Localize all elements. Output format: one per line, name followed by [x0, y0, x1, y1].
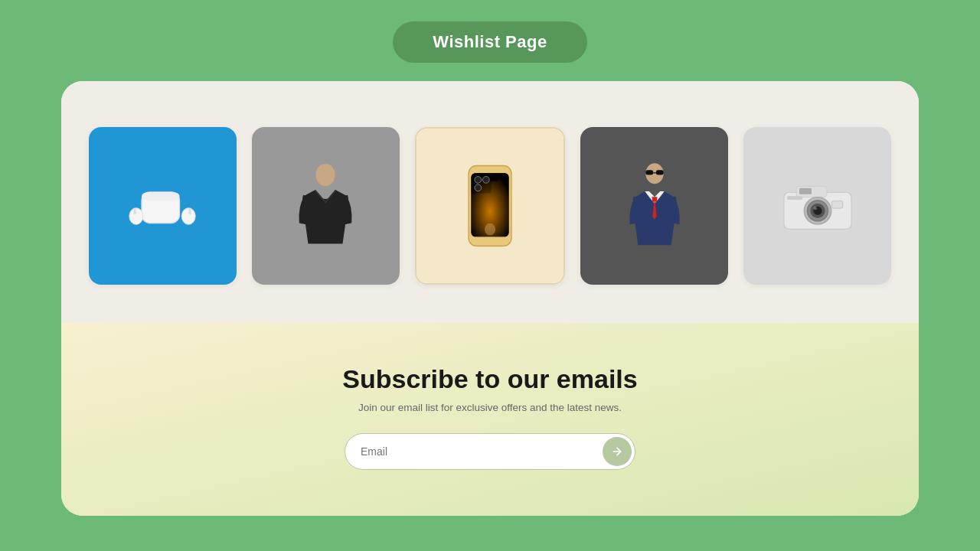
product-card: Black Leather Jacket ৳4000.00 Remove fro…: [252, 127, 400, 285]
product-image-airpods: [89, 127, 237, 285]
arrow-right-icon: [611, 445, 623, 458]
products-grid: Apple Earpods A172 Pro ৳0.00 Remove from…: [89, 127, 891, 285]
svg-rect-28: [831, 201, 842, 209]
svg-point-13: [482, 177, 489, 184]
subscribe-section: Subscribe to our emails Join our email l…: [61, 323, 919, 516]
svg-rect-17: [645, 170, 653, 174]
product-card: Apple Earpods A172 Pro ৳0.00 Remove from…: [89, 127, 237, 285]
svg-rect-1: [142, 192, 180, 201]
product-info: I phone 14 pro ৳108367.00 Remove from wi…: [416, 283, 564, 285]
subscribe-button[interactable]: [603, 437, 632, 466]
product-image-jacket: [252, 127, 400, 285]
svg-rect-3: [134, 208, 137, 215]
page-title: Wishlist Page: [393, 21, 586, 63]
product-card: Blue Full Suit ৳6000.00 ৳5200.00 Remove …: [580, 127, 728, 285]
svg-point-27: [813, 207, 816, 210]
subscribe-subtitle: Join our email list for exclusive offers…: [358, 402, 622, 413]
svg-rect-18: [656, 170, 664, 174]
main-card: Apple Earpods A172 Pro ৳0.00 Remove from…: [61, 81, 919, 516]
svg-point-14: [475, 184, 482, 191]
subscribe-title: Subscribe to our emails: [342, 364, 637, 394]
product-image-suit: [580, 127, 728, 285]
svg-point-2: [129, 208, 143, 225]
wishlist-section: Apple Earpods A172 Pro ৳0.00 Remove from…: [61, 81, 919, 323]
svg-rect-5: [189, 208, 192, 215]
svg-rect-29: [787, 196, 802, 200]
product-image-phone: [416, 129, 564, 283]
card-content: Apple Earpods A172 Pro ৳0.00 Remove from…: [61, 81, 919, 516]
svg-rect-22: [799, 188, 812, 194]
svg-point-15: [485, 223, 495, 236]
product-card: Polaroid I-type Camrea ৳4000.00 Remove f…: [743, 127, 891, 285]
subscribe-form: [345, 433, 635, 470]
svg-point-6: [316, 164, 335, 186]
product-card: I phone 14 pro ৳108367.00 Remove from wi…: [415, 127, 566, 285]
product-image-camera: [743, 127, 891, 285]
svg-point-12: [475, 177, 482, 184]
email-input[interactable]: [345, 435, 599, 468]
page-header: Wishlist Page: [0, 0, 980, 81]
